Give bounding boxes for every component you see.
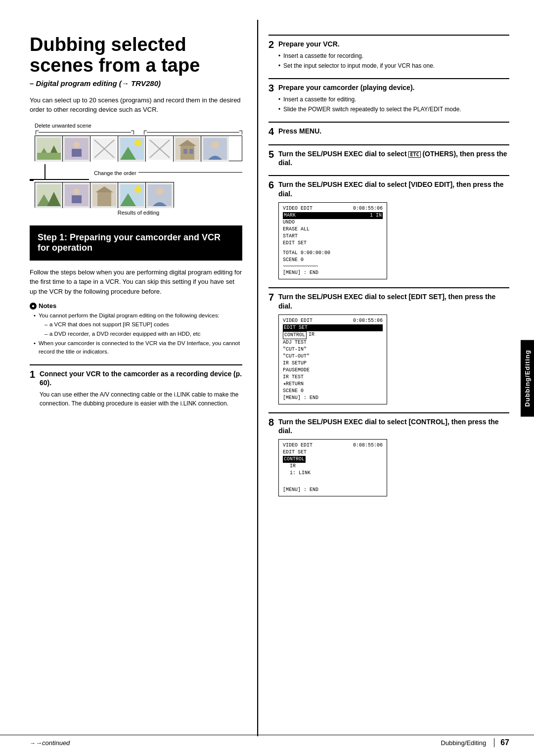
step-6-title: Turn the SEL/PUSH EXEC dial to select [V… [278, 180, 509, 198]
step-2-bullet-1: Insert a cassette for recording. [278, 51, 509, 60]
connect-step: 1 Connect your VCR to the camcorder as a… [30, 364, 242, 387]
change-order-label: Change the order [94, 170, 136, 176]
connect-step-number: 1 [30, 369, 38, 379]
svg-rect-3 [37, 153, 61, 160]
step-7: 7 Turn the SEL/PUSH EXEC dial to select … [268, 287, 509, 404]
step1-box: Step 1: Preparing your camcorder and VCR… [30, 225, 242, 261]
page-title: Dubbing selected scenes from a tape [30, 35, 242, 76]
svg-rect-30 [97, 192, 111, 206]
step-6-lcd: VIDEO EDIT0:08:55:06 MARK1 IN UNDO ERASE… [278, 202, 387, 280]
side-tab: Dubbing/Editing [521, 340, 534, 416]
step-8-number: 8 [268, 417, 276, 427]
step-2-title: Prepare your VCR. [278, 40, 340, 48]
svg-point-34 [134, 186, 141, 193]
step1-text: Follow the steps below when you are perf… [30, 267, 242, 297]
step-7-number: 7 [268, 292, 276, 302]
step-3: 3 Prepare your camcorder (playing device… [268, 78, 509, 114]
connect-step-title: Connect your VCR to the camcorder as a r… [40, 369, 242, 387]
step-4: 4 Press MENU. [268, 122, 509, 136]
step-2-number: 2 [268, 40, 276, 49]
subtitle: – Digital program editing (→ TRV280) [30, 79, 242, 88]
notes-icon: ● [30, 303, 37, 310]
step-6-number: 6 [268, 180, 276, 190]
note-item-1: You cannot perform the Digital program e… [34, 311, 242, 338]
step-7-lcd: VIDEO EDIT0:08:55:06 EDIT SET CONTROLIR … [278, 314, 387, 404]
step-3-title: Prepare your camcorder (playing device). [278, 83, 414, 92]
continued-text: →→continued [30, 739, 441, 747]
svg-rect-28 [72, 195, 82, 203]
note-sub-2: a DVD recorder, a DVD recorder equipped … [44, 330, 242, 338]
step-8-lcd: VIDEO EDIT0:08:55:06 EDIT SET CONTROL IR… [278, 439, 387, 496]
step-7-title: Turn the SEL/PUSH EXEC dial to select [E… [278, 292, 509, 310]
delete-label: Delete unwanted scene [35, 123, 242, 129]
svg-rect-19 [189, 149, 193, 154]
step-2-bullet-2: Set the input selector to input mode, if… [278, 61, 509, 70]
connect-step-body: You can use either the A/V connecting ca… [30, 390, 242, 408]
svg-point-36 [156, 188, 163, 195]
intro-text: You can select up to 20 scenes (programs… [30, 95, 242, 115]
step-5-number: 5 [268, 149, 276, 159]
svg-point-12 [134, 139, 141, 146]
notes-title: Notes [39, 302, 56, 310]
step-2: 2 Prepare your VCR. Insert a cassette fo… [268, 35, 509, 70]
step-8: 8 Turn the SEL/PUSH EXEC dial to select … [268, 412, 509, 496]
step-4-number: 4 [268, 127, 276, 136]
note-sub-1: a VCR that does not support [IR SETUP] c… [44, 320, 242, 329]
step1-title: Step 1: Preparing your camcorder and VCR… [38, 232, 234, 254]
footer-section: Dubbing/Editing [441, 739, 486, 747]
step-3-bullet-2: Slide the POWER switch repeatedly to sel… [278, 105, 509, 114]
results-label: Results of editing [35, 210, 242, 216]
step-8-title: Turn the SEL/PUSH EXEC dial to select [C… [278, 417, 509, 435]
footer-page: 67 [494, 738, 509, 747]
svg-point-22 [212, 141, 219, 148]
note-item-2: When your camcorder is connected to the … [34, 339, 242, 356]
svg-point-27 [74, 188, 80, 194]
step-5-title: Turn the SEL/PUSH EXEC dial to select ET… [278, 149, 509, 167]
step-3-bullet-1: Insert a cassette for editing. [278, 95, 509, 104]
svg-rect-6 [72, 149, 82, 157]
step-3-number: 3 [268, 83, 276, 93]
step-4-title: Press MENU. [278, 127, 321, 135]
step-5: 5 Turn the SEL/PUSH EXEC dial to select … [268, 144, 509, 167]
notes-section: ● Notes You cannot perform the Digital p… [30, 302, 242, 356]
svg-rect-18 [183, 149, 187, 154]
step-6: 6 Turn the SEL/PUSH EXEC dial to select … [268, 175, 509, 279]
diagram: Delete unwanted scene [30, 123, 242, 216]
svg-point-5 [74, 142, 80, 148]
